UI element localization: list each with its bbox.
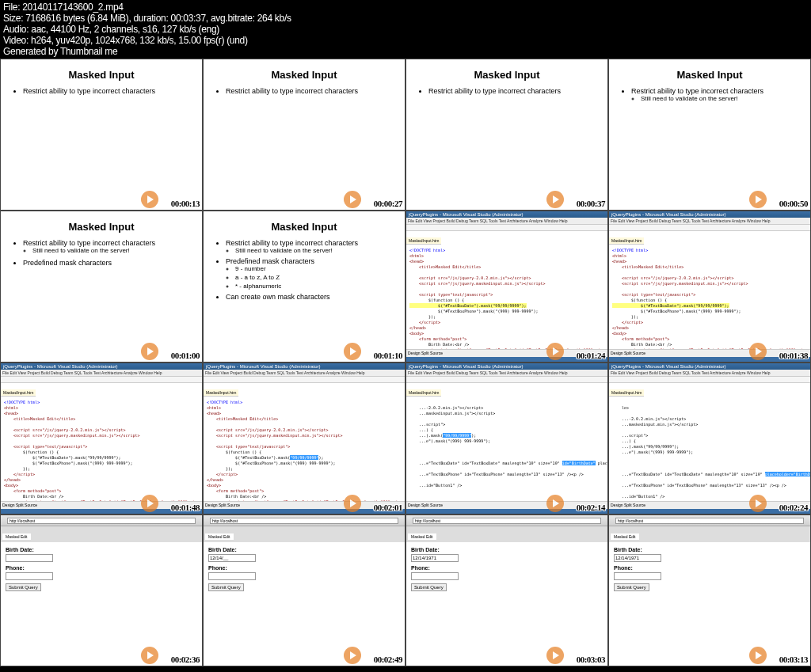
thumbnail: jQueryPlugins - Microsoft Visual Studio …: [608, 211, 811, 363]
play-icon: [546, 495, 564, 512]
play-icon: [141, 343, 158, 360]
thumbnail-grid: Masked Input Restrict ability to type in…: [0, 59, 811, 666]
birthdate-input: [208, 554, 256, 562]
timestamp: 00:00:13: [171, 199, 200, 208]
timestamp: 00:01:10: [374, 351, 402, 360]
birthdate-input: [411, 554, 459, 562]
ide-tab: MaskedInput.htm: [406, 237, 441, 245]
play-icon: [344, 495, 361, 512]
play-icon: [141, 647, 158, 664]
timestamp: 00:02:36: [171, 655, 200, 664]
thumbnail: jQueryPlugins - Microsoft Visual Studio …: [0, 363, 203, 514]
play-icon: [141, 495, 158, 512]
birthdate-label: Birth Date:: [6, 547, 197, 552]
file-line: File: 20140117143600_2.mp4: [3, 2, 808, 13]
size-line: Size: 7168616 bytes (6.84 MiB), duration…: [3, 13, 808, 24]
ide-title: jQueryPlugins - Microsoft Visual Studio …: [406, 211, 607, 218]
thumbnail: Masked Input Restrict ability to type in…: [203, 211, 406, 363]
play-icon: [546, 191, 564, 208]
timestamp: 00:02:01: [374, 503, 402, 512]
play-icon: [749, 191, 767, 208]
thumbnail: Masked Input Restrict ability to type in…: [608, 59, 811, 211]
phone-input: [614, 572, 661, 580]
play-icon: [141, 191, 158, 208]
audio-line: Audio: aac, 44100 Hz, 2 channels, s16, 1…: [3, 24, 808, 35]
timestamp: 00:00:50: [779, 199, 808, 208]
play-icon: [546, 647, 564, 664]
submit-button: Submit Query: [208, 583, 244, 591]
thumbnail: http://localhost Masked Edit Birth Date:…: [203, 514, 406, 666]
play-icon: [344, 343, 361, 360]
generator-line: Generated by Thumbnail me: [3, 46, 808, 57]
thumbnail: Masked Input Restrict ability to type in…: [203, 59, 406, 211]
timestamp: 00:00:27: [374, 199, 402, 208]
timestamp: 00:02:24: [779, 503, 808, 512]
submit-button: Submit Query: [614, 583, 649, 591]
slide-title: Masked Input: [12, 69, 191, 81]
thumbnail: Masked Input Restrict ability to type in…: [0, 211, 203, 363]
code-editor: <!DOCTYPE html> <html> <head> <title>Mas…: [406, 245, 607, 349]
play-icon: [749, 343, 767, 360]
timestamp: 00:03:13: [779, 655, 808, 664]
timestamp: 00:02:14: [577, 503, 605, 512]
play-icon: [749, 647, 767, 664]
phone-input: [208, 572, 256, 580]
timestamp: 00:01:48: [171, 503, 200, 512]
thumbnail: http://localhost Masked Edit Birth Date:…: [608, 514, 811, 666]
ide-toolbar: [406, 225, 607, 231]
browser-chrome: http://localhost: [1, 515, 202, 526]
phone-input: [6, 572, 53, 580]
phone-input: [411, 572, 459, 580]
birthdate-input: [6, 554, 53, 562]
address-bar: http://localhost: [7, 518, 196, 524]
play-icon: [546, 343, 564, 360]
browser-tab: Masked Edit: [2, 533, 31, 540]
timestamp: 00:00:37: [577, 199, 605, 208]
submit-button: Submit Query: [6, 583, 41, 591]
timestamp: 00:03:03: [577, 655, 605, 664]
play-icon: [344, 191, 361, 208]
video-line: Video: h264, yuv420p, 1024x768, 132 kb/s…: [3, 35, 808, 46]
phone-label: Phone:: [6, 565, 197, 571]
play-icon: [749, 495, 767, 512]
birthdate-input: [614, 554, 661, 562]
timestamp: 00:01:24: [577, 351, 605, 360]
file-info-header: File: 20140117143600_2.mp4 Size: 7168616…: [0, 0, 811, 59]
ide-menu: File Edit View Project Build Debug Team …: [406, 218, 607, 225]
thumbnail: Masked Input Restrict ability to type in…: [406, 59, 608, 211]
play-icon: [344, 647, 361, 664]
thumbnail: jQueryPlugins - Microsoft Visual Studio …: [608, 363, 811, 514]
submit-button: Submit Query: [411, 583, 447, 591]
thumbnail: Masked Input Restrict ability to type in…: [0, 59, 203, 211]
timestamp: 00:02:49: [374, 655, 402, 664]
thumbnail: http://localhost Masked Edit Birth Date:…: [406, 514, 608, 666]
thumbnail: jQueryPlugins - Microsoft Visual Studio …: [406, 211, 608, 363]
page-body: Birth Date: Phone: Submit Query: [1, 542, 202, 666]
thumbnail: http://localhost Masked Edit Birth Date:…: [0, 514, 203, 666]
timestamp: 00:01:38: [779, 351, 808, 360]
thumbnail: jQueryPlugins - Microsoft Visual Studio …: [406, 363, 608, 514]
thumbnail: jQueryPlugins - Microsoft Visual Studio …: [203, 363, 406, 514]
timestamp: 00:01:00: [171, 351, 200, 360]
